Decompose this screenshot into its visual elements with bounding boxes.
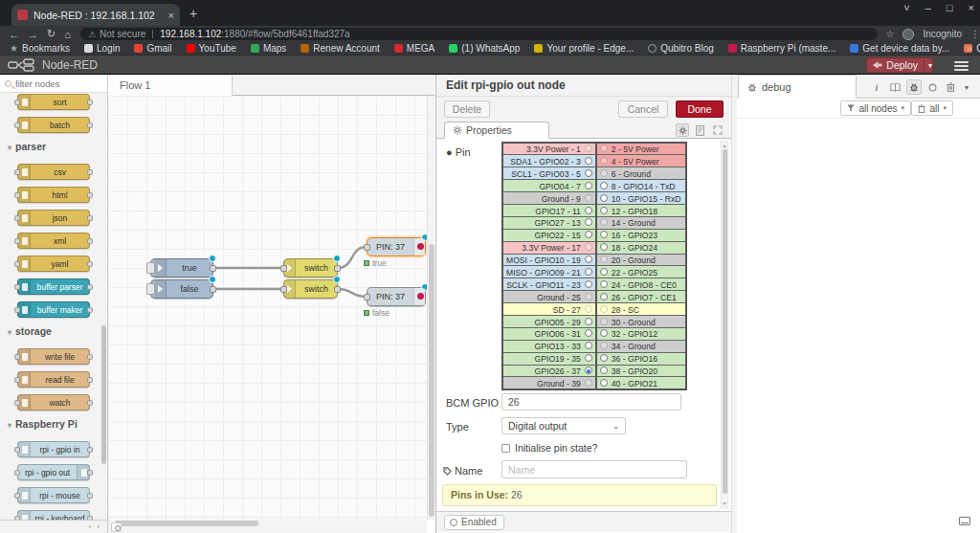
node-port[interactable] bbox=[87, 169, 93, 175]
pin-cell[interactable]: SCLK - GPIO11 - 23 bbox=[502, 278, 596, 291]
deploy-options-caret[interactable]: ▾ bbox=[928, 61, 932, 70]
pin-radio[interactable] bbox=[600, 194, 608, 202]
palette-node-csv[interactable]: csv bbox=[17, 164, 90, 180]
node-port[interactable] bbox=[280, 286, 287, 293]
node-port[interactable] bbox=[210, 265, 216, 272]
node-port[interactable] bbox=[87, 354, 93, 360]
bookmark-item[interactable]: Renew Account bbox=[301, 43, 380, 54]
palette-node-write-file[interactable]: write file bbox=[17, 348, 90, 365]
browser-menu-icon[interactable]: ⋮ bbox=[970, 29, 980, 39]
pin-cell[interactable]: 12 - GPIO18 bbox=[596, 204, 686, 216]
back-icon[interactable]: ← bbox=[9, 29, 19, 40]
palette-node-rpi-keyboard[interactable]: rpi - keyboard bbox=[17, 510, 90, 520]
rpi-gpio-out-node-top[interactable]: PIN: 37 bbox=[367, 237, 426, 256]
zoom-reset-button[interactable] bbox=[111, 522, 122, 532]
palette-node-rpi-mouse[interactable]: rpi - mouse bbox=[17, 487, 90, 503]
palette-category-storage[interactable]: ▾storage bbox=[0, 318, 107, 342]
node-port[interactable] bbox=[87, 261, 93, 267]
maximize-icon[interactable]: □ bbox=[947, 2, 953, 13]
palette-category-parser[interactable]: ▾parser bbox=[0, 133, 107, 157]
new-tab-button[interactable]: + bbox=[189, 7, 197, 20]
palette-node-read-file[interactable]: read file bbox=[17, 371, 90, 388]
pin-cell[interactable]: 40 - GPIO21 bbox=[596, 377, 686, 389]
pin-cell[interactable]: GPIO06 - 31 bbox=[502, 327, 596, 340]
pin-radio[interactable] bbox=[585, 218, 592, 226]
palette-node-buffer-parser[interactable]: buffer parser bbox=[17, 278, 90, 295]
bookmark-item[interactable]: ★Bookmarks bbox=[10, 43, 70, 54]
bookmark-item[interactable]: Maps bbox=[251, 43, 286, 54]
node-enabled-toggle[interactable]: Enabled bbox=[444, 515, 504, 530]
rpi-gpio-out-node-bottom[interactable]: PIN: 37 bbox=[367, 287, 426, 306]
canvas-vertical-scrollbar[interactable] bbox=[427, 96, 434, 520]
node-port[interactable] bbox=[87, 307, 93, 313]
bookmark-item[interactable]: MEGA bbox=[394, 43, 434, 54]
switch-node-2[interactable]: switch bbox=[283, 279, 338, 299]
pin-cell[interactable]: 38 - GPIO20 bbox=[596, 365, 686, 377]
init-pin-state-checkbox[interactable] bbox=[501, 444, 510, 453]
palette-node-yaml[interactable]: yaml bbox=[17, 255, 90, 272]
node-port[interactable] bbox=[87, 447, 93, 453]
node-port[interactable] bbox=[280, 265, 287, 272]
main-menu-icon[interactable] bbox=[954, 59, 969, 73]
inject-button[interactable] bbox=[146, 283, 155, 295]
close-tab-icon[interactable]: × bbox=[168, 10, 174, 21]
pin-radio[interactable] bbox=[585, 354, 592, 362]
deploy-button[interactable]: Deploy ▾ bbox=[866, 57, 933, 73]
node-port[interactable] bbox=[334, 286, 341, 293]
tab-debug[interactable]: debug bbox=[738, 75, 857, 99]
reload-icon[interactable]: ↻ bbox=[47, 28, 56, 40]
pin-cell[interactable]: SCL1 - GPIO03 - 5 bbox=[502, 167, 596, 180]
palette-node-json[interactable]: json bbox=[17, 210, 90, 226]
pin-cell[interactable]: 36 - GPIO16 bbox=[596, 352, 686, 365]
node-port[interactable] bbox=[14, 169, 20, 175]
debug-filter-button[interactable]: all nodes ▾ bbox=[840, 100, 911, 116]
pin-cell[interactable]: 8 - GPIO14 - TxD bbox=[596, 180, 686, 192]
node-port[interactable] bbox=[87, 100, 93, 105]
palette-node-watch[interactable]: watch bbox=[17, 394, 90, 411]
pin-radio[interactable] bbox=[600, 280, 608, 288]
pin-radio[interactable] bbox=[585, 182, 592, 189]
palette-search-input[interactable] bbox=[15, 78, 92, 89]
bookmark-item[interactable]: Qubitro Blog bbox=[648, 43, 714, 54]
bookmark-item[interactable]: Get device data by... bbox=[850, 43, 949, 54]
palette-node-xml[interactable]: xml bbox=[17, 233, 90, 249]
node-port[interactable] bbox=[14, 261, 20, 267]
pin-radio[interactable] bbox=[600, 379, 608, 387]
delete-button[interactable]: Delete bbox=[444, 100, 490, 118]
pin-radio[interactable] bbox=[600, 366, 608, 374]
pin-radio[interactable] bbox=[600, 354, 608, 362]
config-nodes-icon[interactable] bbox=[924, 79, 940, 95]
pin-radio[interactable] bbox=[585, 207, 592, 214]
description-icon[interactable] bbox=[693, 123, 706, 137]
palette-node-sort[interactable]: sort bbox=[17, 94, 90, 110]
switch-node-1[interactable]: switch bbox=[283, 258, 338, 278]
type-select[interactable]: Digital output ⌄ bbox=[501, 417, 626, 434]
node-port[interactable] bbox=[14, 354, 20, 360]
cancel-button[interactable]: Cancel bbox=[618, 100, 668, 118]
bookmark-item[interactable]: Raspberry Pi (maste... bbox=[728, 43, 835, 54]
bookmarks-overflow-icon[interactable]: » bbox=[967, 42, 972, 54]
node-port[interactable] bbox=[14, 400, 20, 406]
palette-node-batch[interactable]: batch bbox=[17, 117, 90, 133]
trash-icon[interactable] bbox=[943, 79, 958, 95]
pin-radio[interactable] bbox=[600, 207, 608, 214]
node-port[interactable] bbox=[14, 493, 20, 499]
pin-cell[interactable]: 18 - GPIO24 bbox=[596, 241, 686, 254]
node-port[interactable] bbox=[364, 244, 370, 251]
palette-node-buffer-maker[interactable]: buffer maker bbox=[17, 301, 90, 318]
pin-cell[interactable]: 16 - GPIO23 bbox=[596, 229, 686, 241]
pin-radio[interactable] bbox=[585, 268, 592, 276]
expand-icon[interactable] bbox=[711, 123, 724, 137]
pin-radio[interactable] bbox=[585, 280, 592, 288]
scroll-up-icon[interactable]: ▲ bbox=[722, 143, 727, 148]
pin-radio[interactable] bbox=[585, 342, 592, 349]
collapse-categories-icon[interactable]: ‹ bbox=[89, 522, 92, 531]
tab-properties[interactable]: Properties bbox=[444, 122, 549, 139]
bookmark-item[interactable]: YouTube bbox=[187, 43, 236, 54]
flow-tab[interactable]: Flow 1 bbox=[108, 75, 233, 96]
pin-cell[interactable]: 22 - GPIO25 bbox=[596, 266, 686, 278]
node-port[interactable] bbox=[87, 377, 93, 383]
bookmark-item[interactable]: Gmail bbox=[134, 43, 171, 54]
palette-search[interactable] bbox=[0, 75, 107, 93]
scroll-down-icon[interactable]: ▼ bbox=[722, 500, 727, 506]
